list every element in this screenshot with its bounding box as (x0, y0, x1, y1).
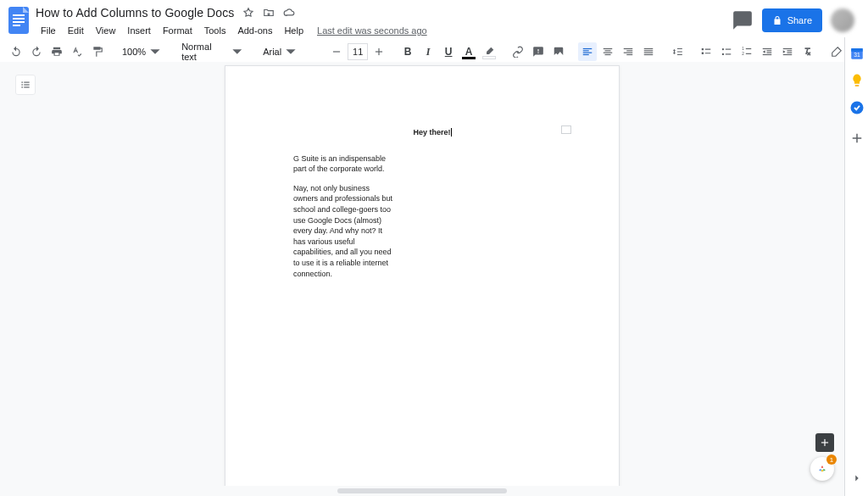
svg-text:31: 31 (854, 52, 860, 58)
align-justify-button[interactable] (639, 42, 658, 61)
add-addon-button[interactable] (849, 131, 865, 146)
menu-tools[interactable]: Tools (199, 24, 231, 37)
svg-rect-50 (24, 84, 29, 85)
show-outline-button[interactable] (15, 75, 36, 95)
align-left-button[interactable] (578, 42, 597, 61)
docs-app-icon[interactable] (7, 5, 31, 36)
explore-button[interactable]: 1 (810, 457, 834, 481)
svg-rect-14 (604, 53, 613, 53)
svg-rect-59 (852, 137, 861, 139)
svg-rect-13 (605, 50, 611, 51)
font-size-increase[interactable] (370, 42, 388, 61)
line-spacing-button[interactable] (668, 42, 687, 61)
svg-rect-37 (787, 50, 793, 51)
svg-rect-30 (746, 48, 751, 49)
toolbar: 100% Normal text Arial 11 B I U A 12 (0, 39, 868, 64)
svg-rect-49 (21, 84, 23, 85)
increase-indent-button[interactable] (778, 42, 797, 61)
menu-file[interactable]: File (36, 24, 61, 37)
svg-rect-61 (821, 442, 828, 443)
side-panel-rail: 31 (844, 37, 868, 496)
svg-rect-47 (21, 82, 23, 83)
font-size-decrease[interactable] (327, 42, 346, 61)
tasks-addon-icon[interactable] (849, 100, 865, 115)
menu-edit[interactable]: Edit (63, 24, 89, 37)
svg-rect-1 (13, 14, 25, 16)
insert-comment-button[interactable] (529, 42, 548, 61)
svg-rect-20 (644, 48, 654, 49)
svg-text:1: 1 (742, 47, 744, 51)
print-button[interactable] (47, 42, 66, 61)
insert-link-button[interactable] (509, 42, 527, 61)
document-canvas[interactable]: Hey there! G Suite is an indispensable p… (0, 62, 844, 486)
hide-side-panel-button[interactable] (851, 472, 863, 488)
document-paragraph[interactable]: Nay, not only business owners and profes… (293, 183, 395, 279)
move-icon[interactable] (263, 7, 275, 19)
last-edit-link[interactable]: Last edit was seconds ago (317, 25, 427, 36)
document-body[interactable]: Hey there! G Suite is an indispensable p… (293, 127, 571, 287)
svg-rect-3 (13, 21, 25, 23)
document-title[interactable]: How to Add Columns to Google Docs (36, 6, 234, 20)
menu-insert[interactable]: Insert (122, 24, 156, 37)
document-heading[interactable]: Hey there! (293, 127, 571, 138)
svg-text:2: 2 (742, 52, 744, 56)
svg-rect-26 (726, 49, 731, 50)
document-paragraph[interactable]: G Suite is an indispensable part of the … (293, 153, 395, 175)
calendar-addon-icon[interactable]: 31 (849, 46, 865, 61)
border-color-button[interactable] (827, 42, 846, 61)
svg-rect-33 (767, 50, 772, 51)
undo-button[interactable] (7, 42, 25, 61)
paragraph-style-select[interactable]: Normal text (176, 42, 248, 61)
zoom-select[interactable]: 100% (117, 42, 166, 61)
menu-view[interactable]: View (91, 24, 121, 37)
svg-rect-23 (644, 54, 654, 55)
keep-addon-icon[interactable] (849, 73, 865, 88)
cloud-status-icon[interactable] (283, 7, 295, 19)
new-comment-fab[interactable] (815, 433, 834, 452)
highlight-color-button[interactable] (480, 42, 498, 61)
svg-rect-51 (21, 86, 23, 87)
svg-point-24 (722, 48, 724, 50)
comments-history-button[interactable] (732, 9, 754, 31)
insert-image-button[interactable] (549, 42, 568, 61)
svg-rect-12 (604, 48, 613, 49)
explore-badge: 1 (826, 454, 837, 465)
menu-addons[interactable]: Add-ons (232, 24, 277, 37)
checklist-button[interactable] (697, 42, 715, 61)
paint-format-button[interactable] (88, 42, 107, 61)
horizontal-scrollbar[interactable] (0, 486, 844, 496)
italic-button[interactable]: I (419, 42, 437, 61)
bulleted-list-button[interactable] (717, 42, 736, 61)
star-icon[interactable] (242, 7, 254, 19)
spellcheck-button[interactable] (68, 42, 86, 61)
svg-rect-38 (787, 53, 793, 53)
document-page[interactable]: Hey there! G Suite is an indispensable p… (225, 65, 620, 486)
underline-button[interactable]: U (439, 42, 458, 61)
svg-rect-15 (605, 54, 611, 55)
font-family-select[interactable]: Arial (258, 42, 317, 61)
decrease-indent-button[interactable] (758, 42, 776, 61)
svg-rect-7 (379, 48, 380, 55)
svg-rect-52 (24, 86, 29, 87)
align-center-button[interactable] (598, 42, 617, 61)
account-avatar[interactable] (831, 8, 854, 32)
share-button-label: Share (787, 15, 812, 25)
numbered-list-button[interactable]: 12 (737, 42, 756, 61)
redo-button[interactable] (27, 42, 46, 61)
text-cursor (451, 128, 452, 137)
svg-rect-8 (583, 48, 593, 49)
svg-rect-27 (726, 53, 731, 54)
font-size-input[interactable]: 11 (348, 43, 368, 60)
clear-formatting-button[interactable] (798, 42, 817, 61)
svg-rect-17 (626, 50, 632, 51)
align-right-button[interactable] (619, 42, 637, 61)
share-button[interactable]: Share (762, 8, 822, 32)
svg-rect-9 (583, 50, 589, 51)
svg-rect-10 (583, 53, 593, 53)
text-color-button[interactable]: A (459, 42, 478, 61)
svg-rect-56 (854, 85, 859, 86)
bold-button[interactable]: B (398, 42, 417, 61)
menu-format[interactable]: Format (158, 24, 198, 37)
zoom-value: 100% (122, 47, 146, 57)
menu-help[interactable]: Help (279, 24, 309, 37)
